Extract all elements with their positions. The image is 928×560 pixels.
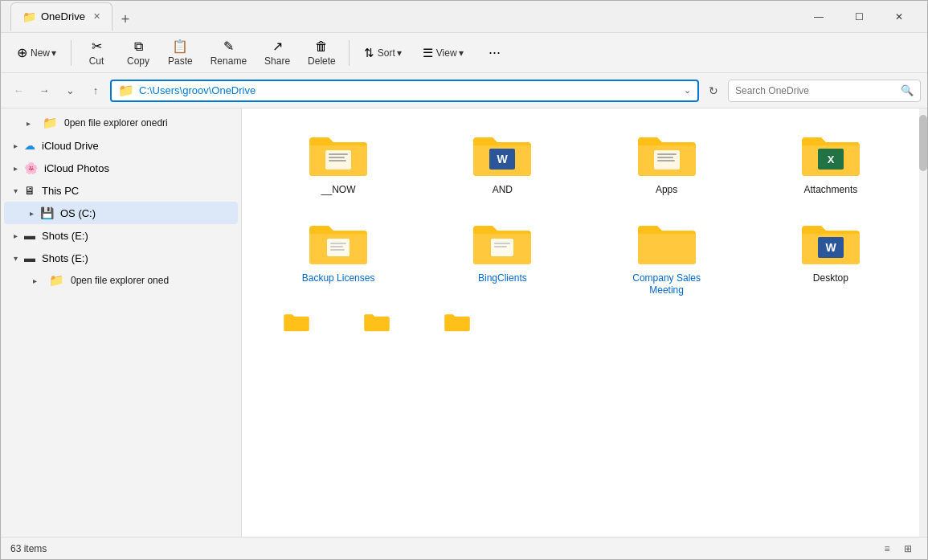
icloud-drive-icon: ☁	[24, 139, 35, 152]
delete-button[interactable]: 🗑 Delete	[300, 35, 344, 71]
cut-icon: ✂	[92, 39, 102, 54]
address-bar[interactable]: 📁 ⌄	[110, 80, 699, 102]
sidebar-expand-chevron: ▸	[14, 141, 18, 150]
new-button[interactable]: ⊕ New ▾	[7, 35, 66, 71]
svg-text:W: W	[497, 153, 509, 166]
new-label: New ▾	[31, 47, 56, 59]
partial-folder-3[interactable]	[419, 310, 496, 333]
search-box[interactable]: 🔍	[728, 80, 921, 102]
sidebar-item-shots-e-1[interactable]: ▸ ▬ Shots (E:)	[4, 224, 238, 247]
folder-and-icon: W	[470, 128, 534, 179]
address-input-field[interactable]	[139, 84, 679, 96]
more-button[interactable]: ···	[475, 35, 515, 71]
sidebar-shots-e-label: Shots (E:)	[42, 230, 88, 242]
rename-icon: ✎	[223, 39, 234, 54]
content-scroll[interactable]: __NOW W AND	[242, 108, 927, 537]
history-dropdown-button[interactable]: ⌄	[59, 80, 81, 102]
folder-attachments-icon: X	[799, 128, 863, 179]
view-button[interactable]: ☰ View ▾	[413, 35, 473, 71]
sidebar-this-pc-label: This PC	[42, 185, 79, 197]
cut-label: Cut	[89, 55, 104, 67]
folder-and-label: AND	[493, 184, 513, 197]
folder-item-company-sales[interactable]: Company Sales Meeting	[587, 210, 747, 304]
back-button[interactable]: ←	[7, 80, 30, 102]
folder-item-now[interactable]: __NOW	[258, 121, 419, 203]
copy-button[interactable]: ⧉ Copy	[118, 35, 158, 71]
partial-folder-1[interactable]	[258, 310, 335, 333]
addressbar: ← → ⌄ ↑ 📁 ⌄ ↻ 🔍	[1, 73, 927, 108]
folder-desktop-icon: W	[799, 216, 863, 268]
up-button[interactable]: ↑	[84, 80, 107, 102]
folder-grid: __NOW W AND	[258, 121, 911, 304]
cut-button[interactable]: ✂ Cut	[76, 35, 117, 71]
sidebar-item-shots-e-2[interactable]: ▾ ▬ Shots (E:)	[4, 247, 238, 269]
sidebar-icloud-photos-label: iCloud Photos	[44, 162, 109, 174]
folder-attachments-label: Attachments	[804, 184, 858, 197]
folder-bing-icon	[470, 216, 534, 268]
new-icon: ⊕	[17, 45, 27, 60]
sidebar-item-icloud-photos[interactable]: ▸ 🌸 iCloud Photos	[4, 157, 238, 179]
share-button[interactable]: ↗ Share	[256, 35, 298, 71]
minimize-button[interactable]: —	[800, 4, 837, 30]
maximize-button[interactable]: ☐	[840, 4, 877, 30]
sidebar: ▸ 📁 0pen file explorer onedri ▸ ☁ iCloud…	[1, 108, 242, 537]
sort-chevron-icon: ▾	[397, 47, 402, 59]
tab-close-button[interactable]: ✕	[93, 11, 100, 22]
folder-item-and[interactable]: W AND	[422, 121, 583, 203]
folder-desktop-label: Desktop	[813, 272, 848, 285]
grid-view-button[interactable]: ⊞	[898, 541, 918, 557]
sidebar-item-oned-folder[interactable]: ▸ 📁 0pen file explorer oned	[4, 269, 238, 292]
share-label: Share	[264, 55, 290, 67]
sidebar-item-onedrive-folder[interactable]: ▸ 📁 0pen file explorer onedri	[4, 112, 238, 134]
rename-label: Rename	[211, 55, 247, 67]
sidebar-expand-down-chevron: ▾	[14, 186, 18, 195]
status-item-count: 63 items	[10, 543, 47, 554]
separator-1	[71, 40, 72, 66]
folder-item-attachments[interactable]: X Attachments	[750, 121, 911, 203]
refresh-button[interactable]: ↻	[702, 80, 725, 102]
folder-item-apps[interactable]: Apps	[587, 121, 747, 203]
sidebar-item-os-c[interactable]: ▸ 💾 OS (C:)	[4, 202, 238, 224]
window-controls: — ☐ ✕	[800, 4, 918, 30]
svg-rect-18	[494, 246, 507, 247]
paste-button[interactable]: 📋 Paste	[160, 35, 201, 71]
share-icon: ↗	[272, 39, 283, 54]
scrollbar-thumb[interactable]	[919, 115, 927, 171]
sidebar-expand-chevron: ▸	[30, 209, 34, 218]
folder-backup-icon	[306, 216, 370, 268]
list-view-button[interactable]: ≡	[877, 541, 897, 557]
svg-rect-17	[494, 243, 510, 244]
svg-rect-15	[330, 249, 345, 251]
icloud-photos-icon: 🌸	[24, 161, 38, 174]
rename-button[interactable]: ✎ Rename	[202, 35, 255, 71]
tab-onedrive[interactable]: 📁 OneDrive ✕	[10, 2, 112, 31]
search-icon: 🔍	[901, 84, 914, 96]
close-button[interactable]: ✕	[881, 4, 918, 30]
main-content: ▸ 📁 0pen file explorer onedri ▸ ☁ iCloud…	[1, 108, 927, 537]
sidebar-shots-e2-label: Shots (E:)	[42, 252, 88, 264]
sort-button[interactable]: ⇅ Sort ▾	[354, 35, 411, 71]
new-tab-button[interactable]: +	[114, 9, 137, 31]
sidebar-expand-down-chevron: ▾	[14, 254, 18, 263]
folder-item-desktop[interactable]: W Desktop	[750, 210, 911, 304]
sidebar-item-icloud-drive[interactable]: ▸ ☁ iCloud Drive	[4, 134, 238, 157]
partial-folder-row	[258, 310, 911, 333]
partial-folder-2[interactable]	[338, 310, 415, 333]
sidebar-item-this-pc[interactable]: ▾ 🖥 This PC	[4, 179, 238, 202]
svg-rect-9	[657, 160, 675, 161]
titlebar-left: 📁 OneDrive ✕ +	[10, 2, 800, 31]
os-c-icon: 💾	[40, 206, 54, 219]
search-input[interactable]	[735, 85, 896, 96]
forward-button[interactable]: →	[33, 80, 55, 102]
view-label: View ▾	[436, 47, 464, 59]
scrollbar-track[interactable]	[919, 108, 927, 537]
sort-label: Sort ▾	[378, 47, 402, 59]
folder-item-backup-licenses[interactable]: Backup Licenses	[258, 210, 419, 304]
address-chevron-icon[interactable]: ⌄	[684, 85, 691, 96]
shots-e2-icon: ▬	[24, 251, 35, 264]
svg-rect-13	[330, 243, 346, 244]
copy-icon: ⧉	[134, 39, 143, 54]
copy-label: Copy	[127, 55, 149, 67]
new-chevron-icon: ▾	[51, 47, 56, 59]
folder-item-bing-clients[interactable]: BingClients	[422, 210, 583, 304]
